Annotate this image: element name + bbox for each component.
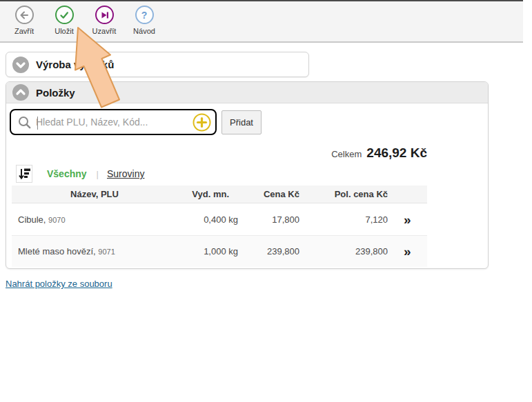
item-qty: 0,400 kg [177, 214, 241, 225]
app-window: Zavřít Uložit Uzavřít ? Návod [0, 0, 532, 402]
item-price: 239,800 [241, 246, 303, 257]
tab-raw-materials[interactable]: Suroviny [107, 168, 144, 179]
finalize-button-label: Uzavřít [92, 27, 117, 35]
table-row[interactable]: Mleté maso hovězí, 9071 1,000 kg 239,800… [12, 235, 427, 267]
question-icon: ? [135, 6, 154, 24]
item-total-price: 7,120 [303, 214, 393, 225]
finalize-button[interactable]: Uzavřít [84, 6, 124, 35]
save-button-label: Uložit [55, 27, 74, 35]
total-row: Celkem 246,92 Kč [275, 145, 427, 161]
total-amount: 246,92 Kč [366, 145, 427, 161]
production-panel-title: Výroba výrobků [36, 59, 114, 70]
chevron-down-icon [12, 57, 29, 73]
add-plus-icon[interactable] [193, 113, 211, 132]
column-header-qty: Vyd. mn. [177, 189, 241, 199]
items-panel-header[interactable]: Položky [6, 82, 488, 103]
filter-row: Všechny | Suroviny [16, 165, 144, 183]
tab-separator: | [97, 169, 99, 179]
search-icon [17, 115, 32, 130]
production-panel-header[interactable]: Výroba výrobků [6, 52, 309, 77]
add-item-button[interactable]: Přidat [221, 110, 262, 134]
items-panel: Položky Přidat Celkem [6, 81, 489, 269]
row-detail-chevron-icon[interactable]: » [393, 245, 427, 258]
items-table: Název, PLU Vyd. mn. Cena Kč Pol. cena Kč… [12, 185, 427, 267]
column-header-item-price: Pol. cena Kč [303, 189, 393, 199]
item-plu: 9070 [48, 216, 65, 224]
table-header-row: Název, PLU Vyd. mn. Cena Kč Pol. cena Kč [12, 185, 427, 203]
total-label: Celkem [331, 149, 362, 159]
item-price: 17,800 [241, 214, 303, 225]
back-arrow-icon [15, 6, 34, 24]
upload-items-link[interactable]: Nahrát položky ze souboru [6, 279, 112, 289]
items-panel-title: Položky [36, 87, 75, 99]
sort-descending-icon [18, 168, 30, 180]
search-box [10, 109, 217, 135]
item-qty: 1,000 kg [177, 246, 241, 257]
chevron-up-icon [12, 84, 29, 101]
text-caret [37, 117, 38, 130]
item-total-price: 239,800 [303, 246, 393, 257]
help-button[interactable]: ? Návod [124, 6, 164, 35]
item-name: Cibule, [18, 214, 46, 225]
skip-end-icon [95, 6, 114, 24]
check-icon [55, 6, 74, 24]
column-header-name: Název, PLU [12, 189, 177, 199]
item-name: Mleté maso hovězí, [18, 246, 96, 257]
close-button-label: Zavřít [14, 27, 34, 35]
table-row[interactable]: Cibule, 9070 0,400 kg 17,800 7,120 » [12, 203, 427, 235]
column-header-price: Cena Kč [241, 189, 303, 199]
item-plu: 9071 [98, 248, 115, 256]
help-button-label: Návod [133, 27, 155, 35]
search-input[interactable] [36, 117, 193, 128]
tab-all-items[interactable]: Všechny [47, 168, 87, 179]
sort-button[interactable] [16, 165, 32, 183]
toolbar: Zavřít Uložit Uzavřít ? Návod [0, 0, 523, 43]
row-detail-chevron-icon[interactable]: » [393, 213, 427, 226]
save-button[interactable]: Uložit [44, 6, 84, 35]
close-button[interactable]: Zavřít [4, 6, 44, 35]
